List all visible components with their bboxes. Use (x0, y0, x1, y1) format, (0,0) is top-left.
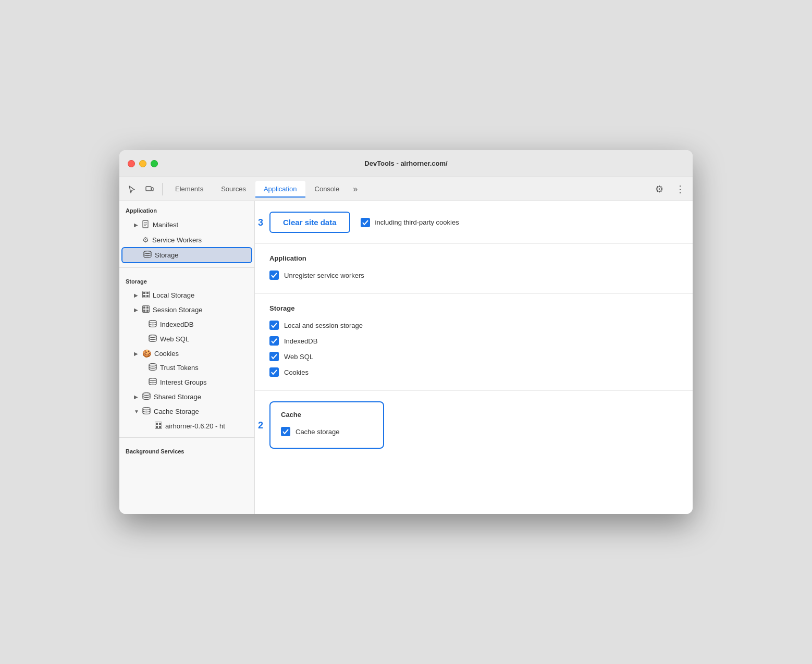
title-bar: DevTools - airhorner.com/ (119, 150, 693, 177)
tab-bar: Elements Sources Application Console » ⚙… (119, 177, 693, 201)
devtools-window: DevTools - airhorner.com/ Elements Sourc… (119, 150, 693, 514)
svg-rect-1 (152, 188, 153, 191)
window-title: DevTools - airhorner.com/ (128, 159, 684, 167)
cache-storage-row: Cache storage (281, 424, 373, 439)
action-row: 3 Clear site data including third-party … (255, 201, 693, 244)
unregister-sw-row: Unregister service workers (269, 267, 678, 283)
application-section: Application Unregister service workers (255, 244, 693, 294)
svg-point-6 (144, 251, 151, 254)
svg-rect-25 (159, 423, 161, 425)
third-party-cookies-label: including third-party cookies (375, 218, 459, 226)
svg-rect-15 (143, 310, 145, 312)
storage-section-heading: Storage (269, 304, 678, 312)
cookies-checkbox[interactable] (269, 367, 279, 377)
shared-storage-icon (142, 392, 151, 401)
sidebar-section-bg: Background Services (119, 442, 254, 458)
sidebar-item-cache-storage[interactable]: ▼ Cache Storage (121, 404, 252, 419)
app-section-heading: Application (269, 254, 678, 262)
tab-application[interactable]: Application (255, 181, 305, 197)
local-session-label: Local and session storage (284, 322, 363, 329)
expand-session-storage-icon: ▶ (134, 307, 139, 313)
expand-cookies-icon: ▶ (134, 351, 139, 356)
sidebar-item-indexed-db[interactable]: ▶ IndexedDB (121, 317, 252, 331)
third-party-cookies-checkbox[interactable] (361, 218, 370, 227)
web-sql-label-content: Web SQL (284, 353, 313, 361)
manifest-label: Manifest (153, 221, 178, 229)
storage-label: Storage (155, 251, 179, 259)
sidebar-divider-2 (119, 437, 254, 438)
tab-console[interactable]: Console (306, 181, 348, 197)
sidebar-item-interest-groups[interactable]: ▶ Interest Groups (121, 375, 252, 389)
cache-section: 2 Cache Cache storage (255, 391, 693, 459)
sidebar-item-shared-storage[interactable]: ▶ Shared Storage (121, 390, 252, 404)
interest-groups-icon (149, 378, 157, 387)
interest-groups-label: Interest Groups (160, 378, 207, 386)
third-party-cookies-row: including third-party cookies (361, 215, 459, 230)
indexed-db-label-content: IndexedDB (284, 337, 317, 345)
sidebar-section-storage: Storage (119, 272, 254, 288)
cookies-row: Cookies (269, 364, 678, 380)
expand-local-storage-icon: ▶ (134, 292, 139, 298)
settings-icon[interactable]: ⚙ (651, 181, 668, 198)
tab-elements[interactable]: Elements (167, 181, 212, 197)
svg-rect-9 (146, 292, 149, 294)
expand-cache-storage-icon: ▼ (134, 409, 139, 414)
sidebar-item-storage[interactable]: ▶ Storage (121, 247, 252, 263)
sidebar-item-service-workers[interactable]: ▶ ⚙ Service Workers (121, 233, 252, 247)
unregister-sw-checkbox[interactable] (269, 270, 279, 280)
svg-rect-0 (146, 187, 151, 191)
content-panel: 3 Clear site data including third-party … (255, 201, 693, 514)
cursor-icon[interactable] (124, 181, 140, 198)
minimize-button[interactable] (139, 160, 146, 167)
session-storage-icon (142, 305, 150, 314)
sidebar-item-local-storage[interactable]: ▶ Local Storage (121, 288, 252, 302)
cache-storage-checkbox[interactable] (281, 427, 290, 436)
sidebar-item-web-sql[interactable]: ▶ Web SQL (121, 332, 252, 346)
tab-sources[interactable]: Sources (213, 181, 254, 197)
device-toolbar-icon[interactable] (141, 181, 158, 198)
local-session-checkbox[interactable] (269, 321, 279, 330)
expand-shared-storage-icon: ▶ (134, 394, 139, 400)
shared-storage-label: Shared Storage (154, 393, 201, 401)
service-workers-label: Service Workers (152, 236, 202, 244)
web-sql-label: Web SQL (160, 335, 189, 343)
manifest-icon (142, 220, 150, 230)
svg-point-20 (149, 378, 156, 381)
storage-icon (143, 251, 152, 260)
sidebar-divider-1 (119, 267, 254, 268)
service-workers-icon: ⚙ (142, 236, 149, 244)
unregister-sw-label: Unregister service workers (284, 272, 364, 279)
maximize-button[interactable] (151, 160, 158, 167)
indexed-db-icon (149, 320, 157, 329)
close-button[interactable] (128, 160, 135, 167)
sidebar-item-manifest[interactable]: ▶ Manifest (121, 217, 252, 232)
web-sql-checkbox[interactable] (269, 352, 279, 361)
more-tabs-button[interactable]: » (349, 182, 362, 196)
more-options-icon[interactable]: ⋮ (672, 181, 688, 198)
expand-icon: ▶ (134, 222, 139, 228)
cookies-icon: 🍪 (142, 349, 151, 358)
indexed-db-row: IndexedDB (269, 333, 678, 349)
cache-storage-label-content: Cache storage (296, 428, 340, 436)
svg-rect-26 (156, 426, 158, 428)
sidebar-item-trust-tokens[interactable]: ▶ Trust Tokens (121, 361, 252, 375)
indexed-db-checkbox[interactable] (269, 336, 279, 346)
svg-point-21 (143, 393, 150, 396)
svg-point-17 (149, 321, 156, 323)
step3-badge: 3 (258, 217, 263, 228)
cache-storage-icon (142, 407, 151, 416)
session-storage-label: Session Storage (153, 306, 202, 314)
trust-tokens-icon (149, 363, 157, 372)
clear-btn-container: 3 Clear site data (269, 212, 350, 233)
sidebar-item-cookies[interactable]: ▶ 🍪 Cookies (121, 347, 252, 360)
svg-rect-14 (146, 306, 149, 309)
sidebar-item-cache-entry[interactable]: ▶ airhorner-0.6.20 - ht (121, 419, 252, 433)
sidebar: Application ▶ Manifest ▶ ⚙ Serv (119, 201, 255, 514)
sidebar-item-session-storage[interactable]: ▶ Session Storage (121, 303, 252, 317)
clear-site-data-button[interactable]: Clear site data (269, 212, 350, 233)
main-area: Application ▶ Manifest ▶ ⚙ Serv (119, 201, 693, 514)
cache-storage-label: Cache Storage (154, 408, 199, 415)
cookies-label: Cookies (154, 350, 179, 358)
cache-box: Cache Cache storage (269, 401, 384, 449)
svg-point-19 (149, 364, 156, 366)
